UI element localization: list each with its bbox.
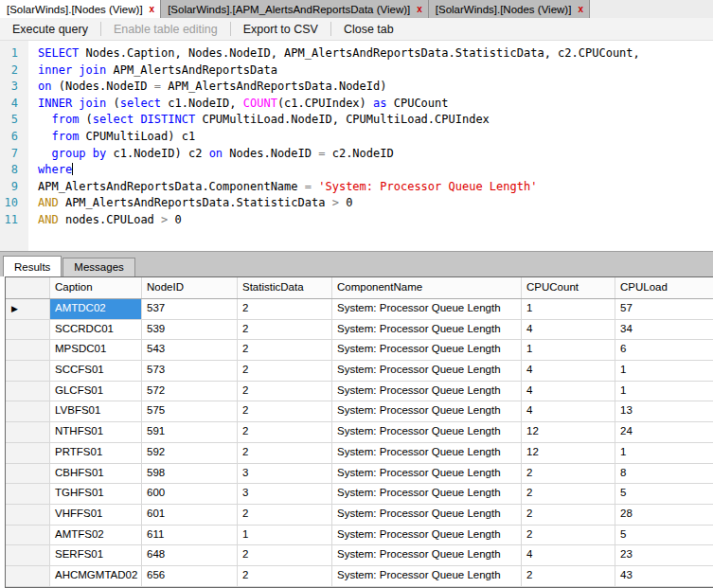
cell-nodeid[interactable]: 539 — [142, 320, 238, 340]
cell-cpucount[interactable]: 2 — [522, 526, 615, 545]
cell-cpuload[interactable]: 1 — [615, 382, 713, 401]
cell-nodeid[interactable]: 575 — [142, 401, 238, 421]
close-tab-icon[interactable]: x — [150, 5, 155, 14]
document-tab-3[interactable]: [SolarWinds].[Nodes (View)]x — [429, 0, 590, 18]
cell-componentname[interactable]: System: Processor Queue Length — [332, 443, 522, 463]
cell-nodeid[interactable]: 648 — [142, 545, 238, 565]
row-selector[interactable]: ▶ — [6, 299, 50, 319]
cell-statisticdata[interactable]: 2 — [238, 505, 332, 525]
code-line-8[interactable]: 8where — [0, 162, 713, 179]
cell-nodeid[interactable]: 611 — [142, 526, 238, 545]
sql-editor[interactable]: 1SELECT Nodes.Caption, Nodes.NodeID, APM… — [0, 41, 713, 251]
cell-cpuload[interactable]: 28 — [615, 505, 713, 525]
cell-statisticdata[interactable]: 3 — [238, 484, 332, 504]
cell-nodeid[interactable]: 591 — [142, 422, 238, 442]
cell-componentname[interactable]: System: Processor Queue Length — [332, 505, 522, 525]
row-selector[interactable] — [6, 484, 50, 504]
cell-nodeid[interactable]: 592 — [142, 443, 238, 463]
cell-statisticdata[interactable]: 2 — [238, 566, 332, 586]
cell-cpucount[interactable]: 2 — [522, 484, 615, 504]
code-line-7[interactable]: 7 group by c1.NodeID) c2 on Nodes.NodeID… — [0, 146, 713, 163]
code-line-9[interactable]: 9APM_AlertsAndReportsData.ComponentName … — [0, 179, 713, 196]
code-line-4[interactable]: 4INNER join (select c1.NodeID, COUNT(c1.… — [0, 96, 713, 113]
cell-nodeid[interactable]: 537 — [142, 299, 238, 319]
cell-cpuload[interactable]: 57 — [615, 299, 713, 319]
cell-caption[interactable]: AMTDC02 — [50, 299, 142, 319]
row-selector[interactable] — [6, 505, 50, 525]
close-tab-button[interactable]: Close tab — [331, 23, 406, 36]
row-selector[interactable] — [6, 401, 50, 421]
cell-statisticdata[interactable]: 2 — [238, 361, 332, 381]
cell-componentname[interactable]: System: Processor Queue Length — [332, 464, 522, 484]
cell-cpucount[interactable]: 1 — [522, 299, 615, 319]
cell-cpucount[interactable]: 2 — [522, 566, 615, 586]
column-header-nodeid[interactable]: NodeID — [142, 277, 238, 298]
cell-componentname[interactable]: System: Processor Queue Length — [332, 401, 522, 421]
cell-nodeid[interactable]: 598 — [142, 464, 238, 484]
cell-statisticdata[interactable]: 2 — [238, 443, 332, 463]
cell-statisticdata[interactable]: 1 — [238, 526, 332, 545]
cell-caption[interactable]: PRTFS01 — [50, 443, 142, 463]
cell-nodeid[interactable]: 656 — [142, 566, 238, 586]
cell-cpucount[interactable]: 4 — [522, 401, 615, 421]
column-header-statisticdata[interactable]: StatisticData — [238, 277, 332, 298]
cell-cpuload[interactable]: 5 — [615, 484, 713, 504]
cell-caption[interactable]: NTHFS01 — [50, 422, 142, 442]
cell-cpucount[interactable]: 4 — [522, 545, 615, 565]
export-to-csv-button[interactable]: Export to CSV — [231, 23, 330, 36]
cell-cpuload[interactable]: 8 — [615, 464, 713, 484]
code-line-11[interactable]: 11AND nodes.CPULoad > 0 — [0, 212, 713, 229]
row-selector[interactable] — [6, 464, 50, 484]
column-header-cpuload[interactable]: CPULoad — [615, 277, 713, 298]
cell-statisticdata[interactable]: 2 — [238, 299, 332, 319]
row-selector[interactable] — [6, 526, 50, 545]
cell-nodeid[interactable]: 601 — [142, 505, 238, 525]
cell-caption[interactable]: AMTFS02 — [50, 526, 142, 545]
cell-cpuload[interactable]: 34 — [615, 320, 713, 340]
code-line-5[interactable]: 5 from (select DISTINCT CPUMultiLoad.Nod… — [0, 112, 713, 129]
cell-caption[interactable]: MPSDC01 — [50, 340, 142, 360]
column-header-caption[interactable]: Caption — [50, 277, 142, 298]
row-selector[interactable] — [6, 382, 50, 401]
cell-componentname[interactable]: System: Processor Queue Length — [332, 566, 522, 586]
cell-caption[interactable]: GLCFS01 — [50, 382, 142, 401]
code-line-1[interactable]: 1SELECT Nodes.Caption, Nodes.NodeID, APM… — [0, 45, 713, 62]
cell-caption[interactable]: SCCFS01 — [50, 361, 142, 381]
cell-caption[interactable]: AHCMGMTAD02 — [50, 566, 142, 586]
row-selector[interactable] — [6, 422, 50, 442]
cell-cpucount[interactable]: 4 — [522, 361, 615, 381]
cell-nodeid[interactable]: 600 — [142, 484, 238, 504]
cell-cpucount[interactable]: 2 — [522, 464, 615, 484]
cell-componentname[interactable]: System: Processor Queue Length — [332, 382, 522, 401]
cell-caption[interactable]: SERFS01 — [50, 545, 142, 565]
cell-componentname[interactable]: System: Processor Queue Length — [332, 484, 522, 504]
cell-cpuload[interactable]: 1 — [615, 443, 713, 463]
tab-results[interactable]: Results — [3, 256, 62, 276]
cell-cpuload[interactable]: 24 — [615, 422, 713, 442]
code-line-2[interactable]: 2inner join APM_AlertsAndReportsData — [0, 62, 713, 80]
cell-componentname[interactable]: System: Processor Queue Length — [332, 526, 522, 545]
code-line-10[interactable]: 10AND APM_AlertsAndReportsData.Statistic… — [0, 195, 713, 212]
cell-statisticdata[interactable]: 2 — [238, 340, 332, 360]
cell-nodeid[interactable]: 572 — [142, 382, 238, 401]
cell-cpuload[interactable]: 23 — [615, 545, 713, 565]
cell-cpuload[interactable]: 1 — [615, 361, 713, 381]
cell-cpucount[interactable]: 2 — [522, 505, 615, 525]
cell-cpuload[interactable]: 43 — [615, 566, 713, 586]
document-tab-2[interactable]: [SolarWinds].[APM_AlertsAndReportsData (… — [161, 0, 429, 18]
cell-cpucount[interactable]: 4 — [522, 382, 615, 401]
cell-statisticdata[interactable]: 3 — [238, 464, 332, 484]
cell-cpucount[interactable]: 12 — [522, 443, 615, 463]
cell-nodeid[interactable]: 543 — [142, 340, 238, 360]
row-selector[interactable] — [6, 340, 50, 360]
cell-statisticdata[interactable]: 2 — [238, 401, 332, 421]
cell-caption[interactable]: CBHFS01 — [50, 464, 142, 484]
cell-statisticdata[interactable]: 2 — [238, 422, 332, 442]
cell-componentname[interactable]: System: Processor Queue Length — [332, 422, 522, 442]
code-line-6[interactable]: 6 from CPUMultiLoad) c1 — [0, 129, 713, 146]
cell-cpucount[interactable]: 12 — [522, 422, 615, 442]
row-selector[interactable] — [6, 443, 50, 463]
cell-componentname[interactable]: System: Processor Queue Length — [332, 340, 522, 360]
code-line-3[interactable]: 3on (Nodes.NodeID = APM_AlertsAndReports… — [0, 79, 713, 96]
column-header-componentname[interactable]: ComponentName — [332, 277, 522, 298]
